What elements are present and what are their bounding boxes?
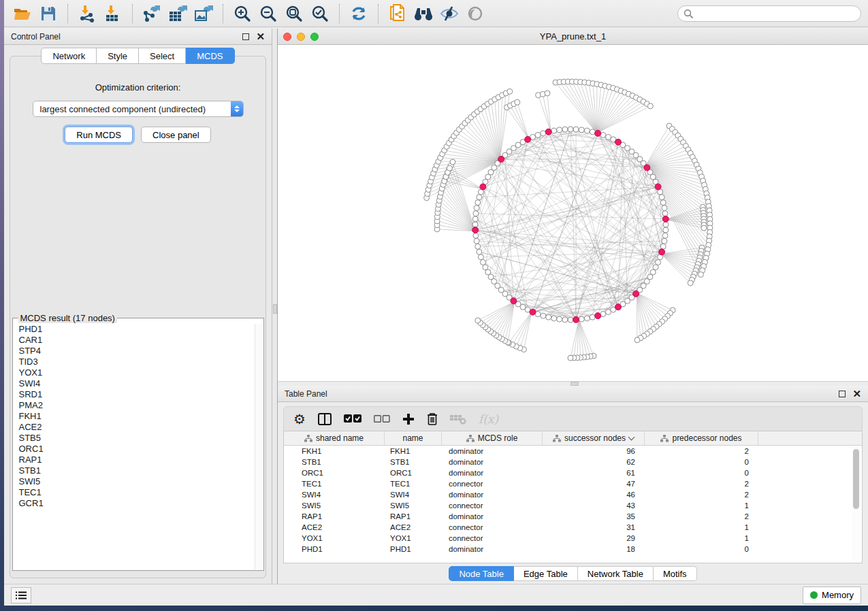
mcds-result-item[interactable]: YOX1 bbox=[14, 367, 255, 378]
table-cell: dominator bbox=[442, 544, 543, 555]
import-network-button[interactable] bbox=[76, 3, 99, 24]
save-session-button[interactable] bbox=[37, 3, 60, 24]
mcds-result-item[interactable]: ORC1 bbox=[14, 444, 255, 455]
table-cell: PHD1 bbox=[385, 544, 442, 555]
import-table-button[interactable] bbox=[101, 3, 125, 24]
mcds-list-scrollbar[interactable] bbox=[255, 324, 263, 569]
mcds-result-item[interactable]: TID3 bbox=[14, 357, 255, 367]
float-window-icon[interactable] bbox=[839, 391, 846, 397]
export-image-button[interactable] bbox=[192, 3, 215, 24]
table-cell: 1 bbox=[645, 500, 758, 511]
delete-table-button[interactable] bbox=[450, 414, 466, 425]
tree-icon bbox=[304, 435, 312, 442]
tab-network-table[interactable]: Network Table bbox=[578, 566, 654, 581]
close-panel-icon[interactable]: ✕ bbox=[256, 33, 265, 40]
column-selector-button[interactable] bbox=[318, 413, 332, 425]
deselect-all-button[interactable] bbox=[374, 415, 390, 423]
table-cell: 18 bbox=[543, 544, 645, 555]
zoom-selected-button[interactable] bbox=[308, 3, 332, 24]
column-header-name[interactable]: name bbox=[385, 431, 442, 445]
mcds-result-item[interactable]: SWI4 bbox=[14, 378, 255, 389]
column-header-predecessor-nodes[interactable]: predecessor nodes bbox=[645, 431, 758, 445]
tab-node-table[interactable]: Node Table bbox=[449, 566, 514, 581]
mcds-result-item[interactable]: PMA2 bbox=[14, 400, 255, 411]
open-file-button[interactable] bbox=[11, 3, 34, 24]
memory-button[interactable]: Memory bbox=[803, 587, 861, 604]
column-header-mcds-role[interactable]: MCDS role bbox=[442, 431, 543, 445]
scrollbar-thumb[interactable] bbox=[853, 449, 859, 509]
mcds-result-list: PHD1CAR1STP4TID3YOX1SWI4SRD1PMA2FKH1ACE2… bbox=[14, 324, 255, 569]
zoom-in-button[interactable] bbox=[231, 3, 254, 24]
mcds-result-item[interactable]: STP4 bbox=[14, 346, 255, 357]
close-panel-button[interactable]: Close panel bbox=[141, 127, 211, 143]
tab-network[interactable]: Network bbox=[41, 48, 97, 64]
tab-mcds[interactable]: MCDS bbox=[186, 48, 234, 64]
add-column-button[interactable] bbox=[402, 413, 415, 425]
mcds-result-item[interactable]: FKH1 bbox=[14, 411, 255, 422]
table-cell: 31 bbox=[543, 522, 645, 533]
mcds-result-item[interactable]: ACE2 bbox=[14, 422, 255, 433]
export-network-icon bbox=[142, 5, 161, 22]
table-tabs: Node TableEdge TableNetwork TableMotifs bbox=[278, 563, 868, 584]
table-settings-button[interactable]: ⚙ bbox=[293, 412, 306, 426]
table-row[interactable]: FKH1FKH1dominator962 bbox=[284, 446, 862, 457]
column-header-shared-name[interactable]: shared name bbox=[284, 431, 385, 445]
delete-column-button[interactable] bbox=[427, 412, 438, 425]
export-network-button[interactable] bbox=[140, 3, 163, 24]
table-row[interactable]: STB1STB1dominator620 bbox=[284, 457, 862, 467]
first-neighbors-button[interactable] bbox=[412, 3, 435, 24]
table-row[interactable]: TEC1TEC1connector472 bbox=[284, 478, 862, 489]
refresh-network-button[interactable] bbox=[347, 3, 370, 24]
minimize-window-icon[interactable] bbox=[297, 33, 305, 41]
mcds-result-item[interactable]: PHD1 bbox=[14, 324, 255, 335]
mcds-result-item[interactable]: CAR1 bbox=[14, 335, 255, 346]
tab-edge-table[interactable]: Edge Table bbox=[514, 566, 578, 581]
search-input[interactable] bbox=[696, 8, 855, 19]
split-divider-horizontal[interactable] bbox=[278, 381, 868, 386]
close-panel-icon[interactable]: ✕ bbox=[852, 391, 861, 397]
table-row[interactable]: ACE2ACE2connector311 bbox=[284, 522, 862, 533]
show-panels-button[interactable] bbox=[11, 587, 31, 604]
mcds-result-item[interactable]: TEC1 bbox=[14, 487, 255, 498]
float-window-icon[interactable] bbox=[242, 33, 249, 40]
tab-select[interactable]: Select bbox=[139, 48, 186, 64]
table-row[interactable]: YOX1YOX1connector291 bbox=[284, 533, 862, 544]
control-panel-title: Control Panel bbox=[11, 32, 61, 42]
table-panel-titlebar[interactable]: Table Panel ✕ bbox=[278, 386, 868, 402]
zoom-out-button[interactable] bbox=[257, 3, 280, 24]
network-window-titlebar[interactable]: YPA_prune.txt_1 bbox=[278, 29, 868, 45]
control-panel-titlebar[interactable]: Control Panel ✕ bbox=[4, 29, 272, 45]
network-from-public-db-button[interactable] bbox=[386, 3, 409, 24]
split-divider-vertical[interactable] bbox=[272, 29, 278, 584]
select-all-button[interactable] bbox=[344, 414, 361, 423]
table-cell: connector bbox=[442, 522, 543, 533]
column-header-successor-nodes[interactable]: successor nodes bbox=[543, 431, 645, 445]
table-row[interactable]: SWI4SWI4dominator462 bbox=[284, 489, 862, 500]
mcds-result-item[interactable]: GCR1 bbox=[14, 498, 255, 509]
tab-motifs[interactable]: Motifs bbox=[654, 566, 697, 581]
table-row[interactable]: RAP1RAP1dominator352 bbox=[284, 511, 862, 522]
export-table-button[interactable] bbox=[166, 3, 189, 24]
mcds-result-item[interactable]: SWI5 bbox=[14, 476, 255, 487]
table-row[interactable]: ORC1ORC1dominator610 bbox=[284, 467, 862, 478]
criterion-select[interactable]: largest connected component (undirected) bbox=[33, 101, 244, 117]
table-scrollbar[interactable] bbox=[852, 446, 861, 561]
mcds-result-item[interactable]: RAP1 bbox=[14, 455, 255, 465]
close-window-icon[interactable] bbox=[283, 33, 291, 41]
run-mcds-button[interactable]: Run MCDS bbox=[65, 127, 133, 143]
network-canvas[interactable] bbox=[278, 45, 868, 381]
table-row[interactable]: SWI5SWI5connector431 bbox=[284, 500, 862, 511]
tab-style[interactable]: Style bbox=[97, 48, 139, 64]
table-row[interactable]: PHD1PHD1dominator180 bbox=[284, 544, 862, 555]
divider-handle[interactable] bbox=[273, 304, 277, 314]
zoom-fit-button[interactable] bbox=[283, 3, 306, 24]
mcds-result-item[interactable]: STB5 bbox=[14, 433, 255, 444]
function-builder-button[interactable]: f(x) bbox=[479, 412, 498, 426]
hide-selected-button[interactable] bbox=[438, 3, 461, 24]
table-cell: PHD1 bbox=[284, 544, 385, 555]
show-hidden-button[interactable] bbox=[464, 3, 487, 24]
maximize-window-icon[interactable] bbox=[310, 33, 319, 41]
mcds-result-item[interactable]: SRD1 bbox=[14, 389, 255, 400]
mcds-result-item[interactable]: STB1 bbox=[14, 465, 255, 476]
divider-handle[interactable] bbox=[570, 382, 579, 386]
